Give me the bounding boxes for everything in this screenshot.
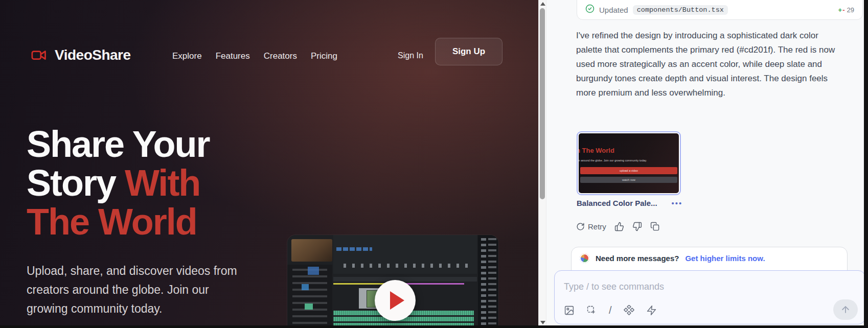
file-path-chip: components/Button.tsx bbox=[633, 5, 728, 15]
design-thumbnail: h The World ation around the globe. Join… bbox=[579, 133, 679, 193]
chat-input[interactable] bbox=[564, 279, 784, 294]
scroll-down-arrow[interactable] bbox=[540, 321, 545, 324]
copy-button[interactable] bbox=[650, 222, 660, 231]
limits-text: Need more messages? bbox=[596, 254, 679, 263]
scrollbar-thumb[interactable] bbox=[540, 8, 545, 199]
play-button[interactable] bbox=[375, 280, 416, 321]
site-navbar: VideoShare Explore Features Creators Pri… bbox=[0, 47, 538, 88]
scroll-up-arrow[interactable] bbox=[540, 2, 545, 6]
window-edge-right bbox=[864, 0, 868, 328]
vertical-scrollbar[interactable] bbox=[538, 0, 546, 328]
thumb-secondary-button: watch now bbox=[580, 177, 677, 183]
hero-video-thumbnail[interactable] bbox=[287, 235, 498, 328]
editor-marker-pink bbox=[399, 283, 464, 285]
hero-title: Share Your Story With The World bbox=[27, 125, 272, 241]
thumb-primary-button: upload a video bbox=[580, 167, 677, 174]
video-camera-icon bbox=[29, 48, 49, 63]
hero-title-accent2: The World bbox=[27, 201, 197, 242]
editor-clip-blue bbox=[308, 267, 319, 275]
nav-link-creators[interactable]: Creators bbox=[264, 51, 297, 61]
usage-pie-icon bbox=[580, 253, 589, 263]
nav-link-pricing[interactable]: Pricing bbox=[311, 51, 337, 61]
slash-command-icon[interactable]: / bbox=[609, 304, 612, 316]
send-button[interactable] bbox=[833, 299, 858, 320]
input-toolbar: / bbox=[564, 304, 657, 316]
attachment-meta: Balanced Color Pale... ••• bbox=[577, 199, 720, 207]
site-preview-pane: VideoShare Explore Features Creators Pri… bbox=[0, 0, 538, 328]
thumbs-down-button[interactable] bbox=[632, 222, 642, 231]
chat-input-box: / bbox=[554, 270, 864, 324]
sign-up-button[interactable]: Sign Up bbox=[435, 38, 502, 65]
hero-subtitle: Upload, share, and discover videos from … bbox=[27, 262, 237, 318]
thumb-subtext: ation around the globe. Join our growing… bbox=[579, 159, 647, 162]
quick-actions-icon[interactable] bbox=[646, 305, 657, 316]
status-label: Updated bbox=[599, 6, 628, 14]
play-icon bbox=[390, 291, 404, 310]
limits-upgrade-link[interactable]: Get higher limits now. bbox=[685, 254, 765, 263]
app-window: VideoShare Explore Features Creators Pri… bbox=[0, 0, 868, 328]
hero-title-accent: With bbox=[125, 162, 200, 203]
editor-preview-image bbox=[291, 239, 332, 262]
message-actions: Retry bbox=[576, 222, 660, 231]
editor-clip-teal bbox=[305, 303, 313, 310]
assistant-message: I've refined the design by introducing a… bbox=[576, 29, 835, 100]
retry-button[interactable]: Retry bbox=[576, 222, 606, 231]
file-update-card[interactable]: Updated components/Button.tsx +-29 bbox=[577, 0, 863, 20]
editor-file-list bbox=[478, 235, 498, 328]
diff-stats: +-29 bbox=[838, 6, 854, 14]
attachment-title: Balanced Color Pale... bbox=[577, 199, 657, 207]
check-circle-icon bbox=[585, 4, 595, 15]
sign-in-link[interactable]: Sign In bbox=[398, 51, 423, 60]
thumbs-up-button[interactable] bbox=[614, 222, 624, 231]
editor-timeline-ruler bbox=[333, 277, 477, 282]
editor-clip-blue2 bbox=[302, 284, 309, 290]
nav-link-features[interactable]: Features bbox=[216, 51, 250, 61]
brand-name: VideoShare bbox=[55, 47, 131, 63]
editor-toolbar bbox=[333, 235, 477, 274]
image-attach-icon[interactable] bbox=[564, 305, 575, 316]
select-element-icon[interactable] bbox=[586, 305, 597, 316]
chat-panel: Updated components/Button.tsx +-29 I've … bbox=[546, 0, 864, 328]
components-icon[interactable] bbox=[624, 305, 634, 316]
nav-links: Explore Features Creators Pricing bbox=[172, 51, 337, 61]
nav-link-explore[interactable]: Explore bbox=[172, 51, 202, 61]
design-attachment-card[interactable]: h The World ation around the globe. Join… bbox=[577, 131, 681, 195]
refresh-icon bbox=[576, 222, 585, 231]
editor-transport-controls bbox=[344, 264, 468, 268]
thumb-heading: h The World bbox=[579, 147, 614, 154]
attachment-menu-button[interactable]: ••• bbox=[672, 199, 683, 207]
window-edge-bottom bbox=[0, 325, 868, 328]
brand-logo[interactable]: VideoShare bbox=[29, 47, 131, 63]
